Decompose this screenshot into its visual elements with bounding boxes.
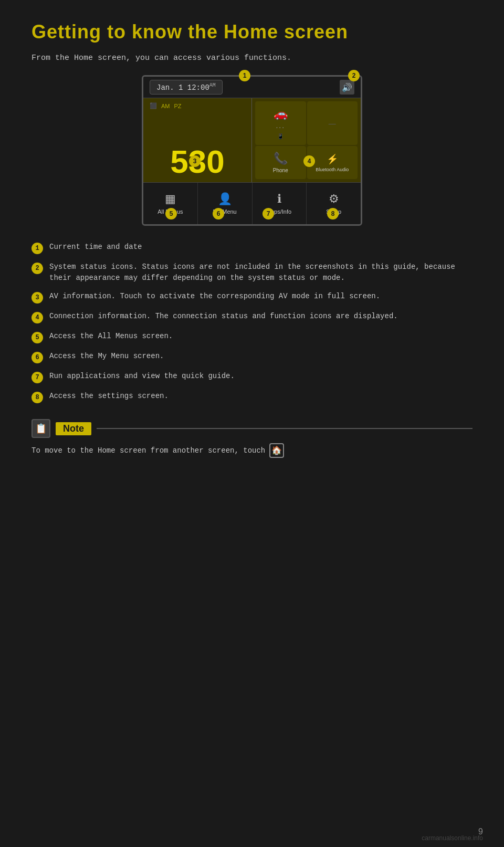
all-menus-icon: ▦ <box>165 192 176 206</box>
anno-text-2: System status icons. Status icons are no… <box>49 262 472 284</box>
anno-text-5: Access the All Menus screen. <box>49 331 472 342</box>
anno-text-3: AV information. Touch to activate the co… <box>49 291 472 302</box>
menu-apps-info[interactable]: ℹ Apps/Info <box>253 183 307 224</box>
note-text: To move to the Home screen from another … <box>32 446 265 455</box>
anno-text-1: Current time and date <box>49 242 472 253</box>
callout-badge-2: 2 <box>348 70 360 81</box>
annotation-5: 5 Access the All Menus screen. <box>32 331 472 343</box>
page-title: Getting to know the Home screen <box>32 21 472 43</box>
screen-topbar: Jan. 1 12:00AM 🔊 <box>143 77 361 98</box>
car-screen: Jan. 1 12:00AM 🔊 ⬛ AM PZ 530 🚗 ··· <box>142 75 362 226</box>
av-freq-label: AM <box>161 103 170 109</box>
annotation-2: 2 System status icons. Status icons are … <box>32 262 472 284</box>
conn-cell-empty: — <box>307 101 358 145</box>
datetime-text: Jan. 1 12:00 <box>156 83 209 92</box>
conn-dots: ··· <box>276 123 285 131</box>
conn-phone-small-icon: 📱 <box>277 133 284 139</box>
anno-badge-2: 2 <box>32 263 43 274</box>
av-header: ⬛ AM PZ <box>150 102 245 109</box>
note-label-container: Note <box>56 422 472 435</box>
annotation-3: 3 AV information. Touch to activate the … <box>32 291 472 304</box>
anno-text-8: Access the settings screen. <box>49 391 472 402</box>
note-icon: 📋 <box>32 419 50 438</box>
callout-badge-6: 6 <box>213 208 224 219</box>
av-panel[interactable]: ⬛ AM PZ 530 <box>143 98 252 182</box>
note-label: Note <box>56 422 91 435</box>
anno-badge-1: 1 <box>32 243 43 254</box>
home-button-icon: 🏠 <box>269 443 284 458</box>
screen-mockup: 1 2 3 4 5 6 7 8 Jan. 1 12:00AM 🔊 ⬛ AM PZ… <box>142 75 362 226</box>
anno-badge-7: 7 <box>32 372 43 383</box>
av-pz-label: PZ <box>174 103 182 109</box>
note-header: 📋 Note <box>32 419 472 438</box>
av-label: ⬛ <box>150 102 157 109</box>
car-icon: 🚗 <box>274 107 288 121</box>
note-section: 📋 Note To move to the Home screen from a… <box>32 419 472 458</box>
callout-badge-4: 4 <box>303 155 315 167</box>
anno-badge-6: 6 <box>32 352 43 363</box>
note-content: To move to the Home screen from another … <box>32 443 472 458</box>
watermark: carmanualsonline.info <box>422 834 483 842</box>
callout-badge-3: 3 <box>189 155 201 167</box>
note-divider <box>97 428 472 429</box>
screen-menu-bar: ▦ All Menus 👤 My Menu ℹ Apps/Info ⚙ Setu… <box>143 182 361 224</box>
annotation-4: 4 Connection information. The connection… <box>32 311 472 323</box>
annotation-6: 6 Access the My Menu screen. <box>32 351 472 363</box>
screen-middle: ⬛ AM PZ 530 🚗 ··· 📱 — 📞 Phone <box>143 98 361 182</box>
my-menu-icon: 👤 <box>218 192 232 206</box>
bluetooth-label: Bluetooth Audio <box>316 167 349 172</box>
conn-cell-phone[interactable]: 📞 Phone <box>255 146 306 179</box>
datetime-display: Jan. 1 12:00AM <box>150 80 223 95</box>
anno-badge-5: 5 <box>32 332 43 343</box>
callout-badge-1: 1 <box>239 70 250 81</box>
empty-icon: — <box>329 119 336 128</box>
page-subtitle: From the Home screen, you can access var… <box>32 54 472 62</box>
callout-badge-5: 5 <box>165 208 177 219</box>
apps-info-icon: ℹ <box>277 192 281 206</box>
anno-badge-4: 4 <box>32 312 43 323</box>
setup-icon: ⚙ <box>329 192 339 206</box>
connection-panel: 🚗 ··· 📱 — 📞 Phone ⚡ Bluetooth Audio <box>252 98 361 182</box>
anno-text-6: Access the My Menu screen. <box>49 351 472 362</box>
annotation-7: 7 Run applications and view the quick gu… <box>32 371 472 383</box>
phone-label: Phone <box>273 168 288 173</box>
phone-icon: 📞 <box>274 152 288 165</box>
speaker-icon: 🔊 <box>340 80 354 95</box>
conn-cell-car[interactable]: 🚗 ··· 📱 <box>255 101 306 145</box>
callout-badge-7: 7 <box>262 208 274 219</box>
menu-my-menu[interactable]: 👤 My Menu <box>198 183 253 224</box>
am-indicator: AM <box>209 82 216 88</box>
annotation-8: 8 Access the settings screen. <box>32 391 472 403</box>
callout-badge-8: 8 <box>327 208 339 219</box>
annotations-list: 1 Current time and date 2 System status … <box>32 242 472 403</box>
annotation-1: 1 Current time and date <box>32 242 472 254</box>
bluetooth-icon: ⚡ <box>327 153 338 165</box>
anno-text-7: Run applications and view the quick guid… <box>49 371 472 382</box>
anno-badge-8: 8 <box>32 392 43 403</box>
anno-badge-3: 3 <box>32 292 43 304</box>
anno-text-4: Connection information. The connection s… <box>49 311 472 322</box>
